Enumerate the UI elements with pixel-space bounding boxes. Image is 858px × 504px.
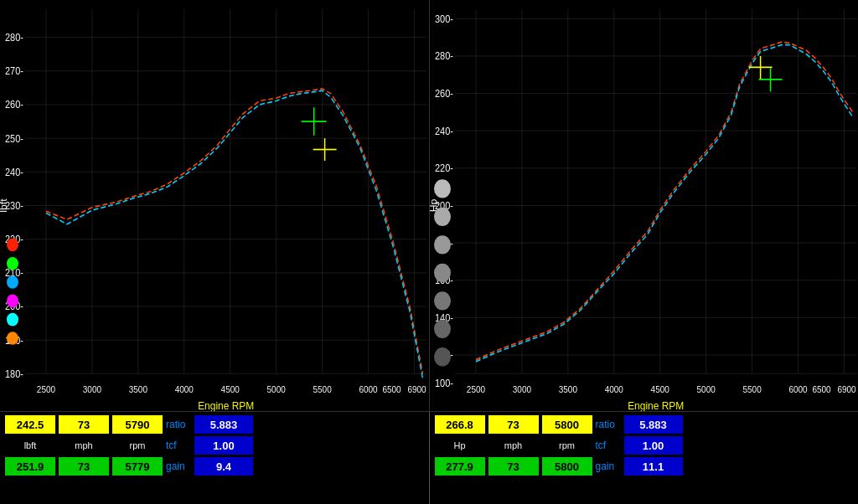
torque-green-value: 251.9 <box>5 457 55 476</box>
ratio-value-box: 5.883 <box>194 415 253 434</box>
svg-text:lbft: lbft <box>0 198 8 213</box>
svg-text:280-: 280- <box>5 32 23 44</box>
svg-text:270-: 270- <box>5 65 23 77</box>
power-data-line-2: Hp mph rpm tcf 1.00 <box>435 436 854 455</box>
power-gain-label: gain <box>596 460 621 472</box>
svg-text:3000: 3000 <box>512 383 530 394</box>
torque-rpm-unit: rpm <box>112 440 163 450</box>
svg-text:6000: 6000 <box>359 383 377 394</box>
svg-text:5500: 5500 <box>313 383 332 394</box>
svg-point-108 <box>433 347 450 366</box>
svg-point-48 <box>7 239 18 252</box>
torque-mph-unit: mph <box>59 440 109 450</box>
svg-text:4000: 4000 <box>175 383 194 394</box>
svg-point-53 <box>7 332 18 345</box>
svg-point-49 <box>7 257 18 270</box>
power-rpm-box: 5800 <box>542 415 592 434</box>
svg-text:250-: 250- <box>5 132 23 144</box>
torque-green-mph: 73 <box>59 457 109 476</box>
svg-text:5500: 5500 <box>742 383 761 394</box>
svg-point-103 <box>433 208 450 226</box>
svg-text:2500: 2500 <box>466 383 484 394</box>
main-container: 280- 270- 260- 250- 240- 230- 220- 210- … <box>0 0 858 504</box>
svg-text:6900: 6900 <box>407 383 426 394</box>
svg-text:260-: 260- <box>5 99 23 111</box>
power-green-mph: 73 <box>488 457 539 476</box>
svg-point-51 <box>7 295 18 308</box>
power-chart-svg: 300- 280- 260- 240- 220- 200- 180- 160- … <box>430 0 859 411</box>
torque-rpm-box: 5790 <box>112 415 163 434</box>
svg-text:6500: 6500 <box>382 383 401 394</box>
torque-unit: lbft <box>5 440 55 450</box>
svg-text:Engine RPM: Engine RPM <box>628 399 684 411</box>
power-data-panel: 266.8 73 5800 ratio 5.883 Hp mph rpm tcf… <box>430 412 859 504</box>
svg-text:4500: 4500 <box>221 383 240 394</box>
svg-text:6000: 6000 <box>788 383 807 394</box>
power-unit: Hp <box>435 440 485 450</box>
torque-data-line-1: 242.5 73 5790 ratio 5.883 <box>5 415 424 434</box>
power-data-line-3: 277.9 73 5800 gain 11.1 <box>435 457 854 476</box>
svg-point-105 <box>433 264 450 282</box>
power-green-rpm: 5800 <box>542 457 592 476</box>
svg-text:6500: 6500 <box>812 383 830 394</box>
svg-text:220-: 220- <box>435 162 453 174</box>
svg-point-107 <box>433 320 450 338</box>
data-row: 242.5 73 5790 ratio 5.883 lbft mph rpm t… <box>0 412 858 504</box>
power-green-value: 277.9 <box>435 457 485 476</box>
svg-text:Engine RPM: Engine RPM <box>198 399 254 411</box>
power-mph-box: 73 <box>488 415 539 434</box>
svg-point-104 <box>433 235 450 254</box>
power-tcf-label: tcf <box>596 440 621 451</box>
gain-value-box: 9.4 <box>194 457 253 476</box>
svg-text:5000: 5000 <box>696 383 715 394</box>
torque-data-line-3: 251.9 73 5779 gain 9.4 <box>5 457 424 476</box>
svg-text:240-: 240- <box>5 166 23 177</box>
svg-text:300-: 300- <box>435 13 453 24</box>
torque-chart-panel: 280- 270- 260- 250- 240- 230- 220- 210- … <box>0 0 430 411</box>
svg-point-50 <box>7 275 18 289</box>
power-mph-unit: mph <box>488 440 539 450</box>
svg-text:4000: 4000 <box>604 383 623 394</box>
svg-text:2500: 2500 <box>37 383 55 394</box>
svg-text:6900: 6900 <box>837 383 855 394</box>
svg-text:240-: 240- <box>435 125 453 136</box>
power-value-box: 266.8 <box>435 415 485 434</box>
power-data-line-1: 266.8 73 5800 ratio 5.883 <box>435 415 854 434</box>
svg-text:280-: 280- <box>435 50 453 62</box>
gain-label: gain <box>166 460 191 472</box>
charts-row: 280- 270- 260- 250- 240- 230- 220- 210- … <box>0 0 858 412</box>
torque-data-panel: 242.5 73 5790 ratio 5.883 lbft mph rpm t… <box>0 412 430 504</box>
power-gain-value-box: 11.1 <box>624 457 683 476</box>
svg-text:3500: 3500 <box>558 383 576 394</box>
torque-data-line-2: lbft mph rpm tcf 1.00 <box>5 436 424 455</box>
torque-value-box: 242.5 <box>5 415 55 434</box>
svg-text:3500: 3500 <box>129 383 147 394</box>
torque-chart-svg: 280- 270- 260- 250- 240- 230- 220- 210- … <box>0 0 429 411</box>
ratio-label: ratio <box>166 419 191 430</box>
power-tcf-value-box: 1.00 <box>624 436 683 455</box>
svg-point-102 <box>433 179 450 198</box>
svg-text:5000: 5000 <box>267 383 286 394</box>
svg-text:100-: 100- <box>435 377 453 388</box>
power-chart-panel: 300- 280- 260- 240- 220- 200- 180- 160- … <box>430 0 859 411</box>
tcf-value-box: 1.00 <box>194 436 253 455</box>
svg-point-52 <box>7 313 18 327</box>
svg-point-106 <box>433 291 450 310</box>
power-rpm-unit: rpm <box>542 440 592 450</box>
torque-green-rpm: 5779 <box>112 457 163 476</box>
torque-mph-box: 73 <box>59 415 109 434</box>
svg-text:3000: 3000 <box>83 383 101 394</box>
svg-text:4500: 4500 <box>650 383 669 394</box>
svg-text:260-: 260- <box>435 87 453 99</box>
tcf-label: tcf <box>166 440 191 451</box>
power-ratio-label: ratio <box>596 419 621 430</box>
svg-text:180-: 180- <box>5 368 23 379</box>
power-ratio-value-box: 5.883 <box>624 415 683 434</box>
